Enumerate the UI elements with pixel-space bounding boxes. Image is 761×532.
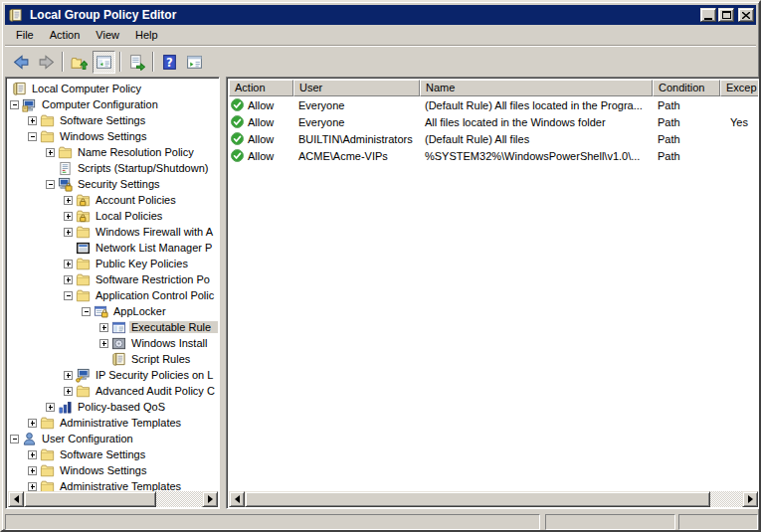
forward-icon — [38, 54, 55, 71]
maximize-button[interactable] — [718, 8, 734, 22]
tree-item-ip-security-policies-on-l[interactable]: IP Security Policies on L — [8, 367, 218, 383]
tree-item-local-policies[interactable]: Local Policies — [8, 208, 218, 224]
tree-item-windows-settings[interactable]: Windows Settings — [8, 462, 218, 478]
folder-icon — [40, 463, 55, 478]
scrollbar-thumb[interactable] — [24, 491, 156, 507]
tree-item-software-restriction-po[interactable]: Software Restriction Po — [8, 271, 218, 287]
expander-plus-icon[interactable] — [28, 482, 37, 491]
rule-row[interactable]: AllowEveryoneAll files located in the Wi… — [229, 113, 758, 130]
column-header-excep[interactable]: Excep — [720, 80, 758, 96]
tree-item-advanced-audit-policy-c[interactable]: Advanced Audit Policy C — [8, 383, 218, 399]
tree-item-script-rules[interactable]: Script Rules — [8, 351, 218, 367]
expander-minus-icon[interactable] — [46, 180, 55, 189]
toolbar-show-console-tree-button[interactable] — [93, 51, 115, 74]
window-title: Local Group Policy Editor — [30, 8, 700, 22]
menu-file[interactable]: File — [8, 27, 42, 44]
expander-plus-icon[interactable] — [64, 387, 73, 396]
tree-item-scripts-startup-shutdown[interactable]: Scripts (Startup/Shutdown) — [8, 160, 218, 176]
close-button[interactable] — [738, 8, 754, 22]
column-header-action[interactable]: Action — [229, 80, 293, 96]
tree-item-software-settings[interactable]: Software Settings — [8, 112, 218, 128]
expander-plus-icon[interactable] — [28, 116, 37, 125]
expander-plus-icon[interactable] — [28, 419, 37, 428]
tree-item-applocker[interactable]: AppLocker — [8, 303, 218, 319]
menu-action[interactable]: Action — [42, 27, 89, 44]
rule-name: %SYSTEM32%\WindowsPowerShell\v1.0\... — [420, 150, 653, 162]
expander-plus-icon[interactable] — [64, 196, 73, 205]
expander-plus-icon[interactable] — [46, 403, 55, 412]
folder-icon — [76, 288, 91, 303]
rule-row[interactable]: AllowACME\Acme-VIPs%SYSTEM32%\WindowsPow… — [229, 147, 758, 164]
tree-item-administrative-templates[interactable]: Administrative Templates — [8, 478, 218, 491]
status-panel — [5, 514, 540, 530]
expander-minus-icon[interactable] — [64, 291, 73, 300]
toolbar-up-one-level-button[interactable] — [68, 51, 91, 74]
scroll-left-button[interactable] — [8, 491, 24, 507]
titlebar[interactable]: Local Group Policy Editor — [5, 5, 756, 25]
tree-item-windows-firewall-with-a[interactable]: Windows Firewall with A — [8, 224, 218, 240]
expander-minus-icon[interactable] — [10, 435, 19, 443]
expander-plus-icon[interactable] — [28, 450, 37, 459]
tree-item-name-resolution-policy[interactable]: Name Resolution Policy — [8, 144, 218, 160]
qos-icon — [58, 400, 73, 415]
expander-plus-icon[interactable] — [28, 466, 37, 475]
tree-item-software-settings[interactable]: Software Settings — [8, 446, 218, 462]
tree-item-administrative-templates[interactable]: Administrative Templates — [8, 415, 218, 431]
scroll-right-button[interactable] — [742, 491, 758, 507]
folder-icon — [40, 447, 55, 462]
expander-minus-icon[interactable] — [28, 132, 37, 141]
rule-row[interactable]: AllowBUILTIN\Administrators(Default Rule… — [229, 130, 758, 147]
toolbar-forward-button[interactable] — [35, 51, 58, 74]
toolbar-show-window-button[interactable] — [183, 51, 206, 74]
tree-item-local-computer-policy[interactable]: Local Computer Policy — [8, 81, 218, 96]
minimize-button[interactable] — [700, 8, 716, 22]
tree-item-network-list-manager-p[interactable]: Network List Manager P — [8, 240, 218, 256]
folder-icon — [40, 479, 55, 492]
toolbar-help-button[interactable]: ? — [158, 51, 181, 74]
expander-plus-icon[interactable] — [64, 275, 73, 284]
expander-plus-icon[interactable] — [64, 260, 73, 268]
toolbar-back-button[interactable] — [10, 51, 33, 74]
toolbar-export-list-button[interactable] — [125, 51, 148, 74]
expander-plus-icon[interactable] — [64, 212, 73, 221]
expander-minus-icon[interactable] — [10, 100, 19, 109]
tree-item-application-control-polic[interactable]: Application Control Polic — [8, 287, 218, 303]
expander-plus-icon[interactable] — [64, 371, 73, 380]
expander-plus-icon[interactable] — [46, 148, 55, 157]
tree-item-computer-configuration[interactable]: Computer Configuration — [8, 96, 218, 112]
folder-icon — [40, 129, 55, 144]
toolbar-separator — [119, 52, 121, 72]
menu-help[interactable]: Help — [127, 27, 166, 44]
tree-item-user-configuration[interactable]: User Configuration — [8, 431, 218, 446]
netlist-icon — [76, 241, 91, 256]
menu-view[interactable]: View — [88, 27, 127, 44]
scroll-left-button[interactable] — [229, 491, 245, 507]
tree-item-windows-install[interactable]: Windows Install — [8, 335, 218, 351]
allow-icon — [231, 132, 244, 145]
list-horizontal-scrollbar[interactable] — [229, 491, 758, 507]
security-icon — [58, 177, 73, 192]
column-header-condition[interactable]: Condition — [653, 80, 720, 96]
tree-item-security-settings[interactable]: Security Settings — [8, 176, 218, 192]
ipsec-icon — [76, 368, 91, 383]
tree-item-executable-rule[interactable]: Executable Rule — [8, 319, 218, 335]
rule-row[interactable]: AllowEveryone(Default Rule) All files lo… — [229, 96, 758, 113]
expander-plus-icon[interactable] — [99, 323, 108, 332]
expander-plus-icon[interactable] — [64, 228, 73, 237]
user-icon — [22, 432, 37, 446]
rule-action: Allow — [248, 116, 274, 128]
allow-icon — [231, 115, 244, 128]
tree-item-public-key-policies[interactable]: Public Key Policies — [8, 256, 218, 271]
tree-horizontal-scrollbar[interactable] — [8, 491, 218, 507]
tree-item-windows-settings[interactable]: Windows Settings — [8, 128, 218, 144]
scrollbar-thumb[interactable] — [245, 491, 710, 507]
scroll-right-button[interactable] — [202, 491, 218, 507]
expander-plus-icon[interactable] — [99, 339, 108, 348]
tree-item-label: Windows Firewall with A — [94, 226, 215, 238]
tree-item-account-policies[interactable]: Account Policies — [8, 192, 218, 208]
left-arrow-icon — [235, 495, 240, 503]
column-header-name[interactable]: Name — [420, 80, 653, 96]
expander-minus-icon[interactable] — [82, 307, 91, 316]
column-header-user[interactable]: User — [293, 80, 420, 96]
tree-item-policy-based-qos[interactable]: Policy-based QoS — [8, 399, 218, 415]
